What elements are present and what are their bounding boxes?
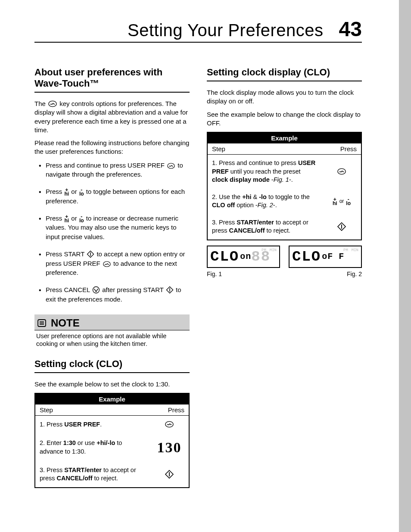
col-press: Press	[168, 406, 184, 414]
text: or	[71, 215, 79, 222]
text: -	[270, 176, 274, 183]
plus-hi-icon: +hi	[64, 188, 70, 196]
text: or use	[76, 439, 97, 446]
col-step: Step	[212, 145, 225, 152]
about-intro: The key controls options for preferences…	[34, 100, 190, 134]
minus-lo-icon: -lo	[79, 188, 84, 196]
table-row: 1. Press and continue to press USER PREF…	[208, 155, 361, 189]
text: START/enter	[64, 467, 102, 473]
text: 1. Press and continue to press	[212, 159, 298, 166]
start-icon	[165, 286, 174, 294]
user-pref-icon	[336, 167, 347, 176]
text: CANCEL/off	[57, 475, 93, 482]
text: Press	[46, 188, 64, 195]
lcd-text: oF F	[322, 252, 344, 261]
text: CLO off	[212, 202, 235, 208]
text: 1:30	[63, 439, 76, 446]
user-pref-icon	[164, 420, 175, 429]
minus-lo-icon: -lo	[346, 198, 351, 205]
table-row: 3. Press START/enter to accept or press …	[208, 214, 361, 240]
text: 2. Enter	[40, 439, 63, 446]
page-side-tab	[399, 0, 411, 532]
lcd-indicator: MIN	[270, 248, 277, 252]
text: +hi	[242, 193, 251, 200]
text: +hi/-lo	[97, 439, 115, 446]
keypad-value: 130	[157, 439, 182, 455]
figure-caption: Fig. 1	[207, 271, 280, 277]
text: Press and continue to press USER PREF	[46, 162, 166, 169]
list-item: Press START to accept a new option entry…	[34, 249, 190, 277]
example-columns: Step Press	[35, 404, 189, 416]
example-columns: Step Press	[208, 143, 361, 155]
section-title-clock-display: Setting clock display (CLO)	[207, 67, 362, 81]
text: Fig. 1	[274, 176, 289, 183]
cancel-icon	[92, 286, 100, 294]
lcd-text: on	[240, 252, 251, 261]
start-icon	[164, 469, 174, 479]
text: -.	[273, 202, 277, 208]
plus-hi-icon: +hi	[332, 198, 338, 205]
list-item: Press +hi or -lo to increase or decrease…	[34, 214, 190, 242]
lcd-figure-1: PMMIN CLO on 88 Fig. 1	[207, 246, 280, 277]
right-column: Setting clock display (CLO) The clock di…	[207, 58, 362, 488]
section-title-about: About user preferences with Wave-Touch™	[34, 67, 190, 93]
text: 3. Press	[212, 219, 237, 226]
text: option -	[235, 202, 257, 208]
text: 1. Press	[40, 421, 64, 428]
example-header: Example	[35, 394, 189, 404]
table-row: 2. Enter 1:30 or use +hi/-lo to advance …	[35, 433, 189, 462]
text: 2. Use the	[212, 193, 242, 200]
text: after pressing START	[102, 286, 165, 293]
clock-intro: See the example below to set the clock t…	[34, 380, 190, 389]
text: Fig. 2	[258, 202, 273, 208]
lcd-text: CLO	[292, 249, 321, 265]
lcd-figures: PMMIN CLO on 88 Fig. 1 PMMIN CLO oF F Fi…	[207, 246, 362, 277]
text: to reject.	[265, 227, 290, 234]
list-item: Press CANCEL after pressing START to exi…	[34, 285, 190, 304]
clock-display-p2: See the example below to change the cloc…	[207, 110, 362, 128]
text: -lo	[259, 193, 267, 200]
note-callout: NOTE User preference options are not ava…	[34, 314, 190, 350]
start-icon	[336, 221, 347, 232]
instruction-list: Press and continue to press USER PREF to…	[34, 161, 190, 304]
col-step: Step	[40, 406, 53, 414]
user-pref-icon	[166, 162, 176, 170]
user-pref-icon	[47, 100, 58, 108]
clock-display-p1: The clock display mode allows you to tur…	[207, 88, 362, 106]
table-row: 1. Press USER PREF.	[35, 416, 189, 433]
text: -.	[289, 176, 293, 183]
note-label: NOTE	[51, 317, 80, 329]
text: CANCEL/off	[229, 227, 265, 234]
text: clock display mode	[212, 176, 270, 183]
text: Press CANCEL	[46, 286, 92, 293]
text: &	[251, 193, 259, 200]
text: .	[100, 421, 102, 428]
section-title-setting-clock: Setting clock (CLO)	[34, 358, 190, 373]
text: to toggle to the	[267, 193, 310, 200]
start-icon	[86, 250, 95, 258]
plus-hi-icon: +hi	[64, 215, 70, 223]
figure-caption: Fig. 2	[289, 271, 362, 277]
table-row: 2. Use the +hi & -lo to toggle to the CL…	[208, 189, 361, 214]
lcd-figure-2: PMMIN CLO oF F Fig. 2	[289, 246, 362, 277]
lcd-indicator: PM	[343, 248, 348, 252]
example-table-clock: Example Step Press 1. Press USER PREF. 2…	[34, 393, 190, 488]
table-row: 3. Press START/enter to accept or press …	[35, 462, 189, 487]
note-body: User preference options are not availabl…	[34, 330, 190, 350]
list-item: Press and continue to press USER PREF to…	[34, 161, 190, 180]
lcd-text: CLO	[210, 249, 239, 265]
before-list-text: Please read the following instructions b…	[34, 139, 190, 156]
text: until you reach the preset	[229, 168, 301, 175]
text: key controls options for preferences. Th…	[34, 100, 188, 134]
text: The	[34, 100, 47, 107]
example-header: Example	[208, 133, 361, 143]
note-icon	[36, 318, 47, 328]
page-title: Setting Your Preferences	[128, 21, 324, 40]
text: START/enter	[237, 219, 274, 226]
lcd-indicator: PM	[262, 248, 266, 252]
lcd-indicator: MIN	[352, 248, 358, 252]
user-pref-icon	[102, 260, 112, 268]
text: or	[71, 188, 79, 195]
page-number: 43	[339, 17, 362, 41]
text: USER PREF	[64, 421, 100, 428]
